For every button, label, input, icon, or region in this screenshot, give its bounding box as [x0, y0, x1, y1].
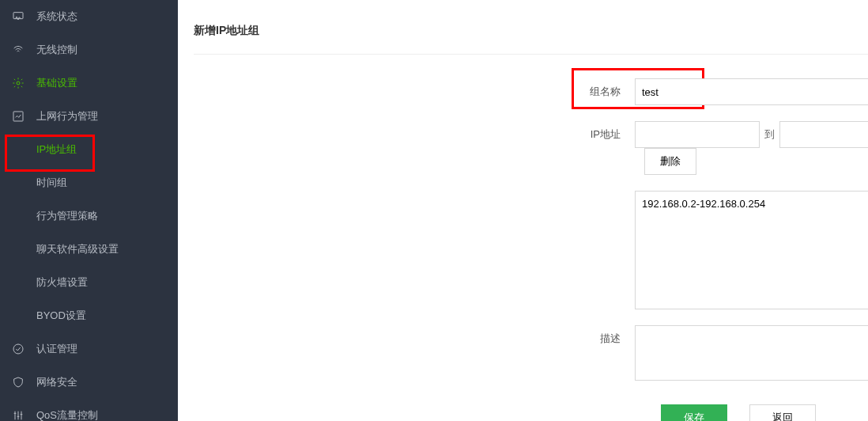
svg-rect-0 — [13, 13, 23, 19]
sidebar-sub-byod[interactable]: BYOD设置 — [0, 299, 178, 332]
svg-point-3 — [13, 344, 23, 354]
sidebar-item-qos[interactable]: QoS流量控制 — [0, 399, 178, 421]
page-title: 新增IP地址组 — [194, 16, 868, 55]
description-label: 描述 — [194, 325, 635, 346]
sidebar-sub-behavior-policy[interactable]: 行为管理策略 — [0, 199, 178, 233]
description-textarea[interactable] — [635, 325, 868, 381]
sidebar-item-auth-mgmt[interactable]: 认证管理 — [0, 332, 178, 366]
sidebar-sub-chat-advanced[interactable]: 聊天软件高级设置 — [0, 233, 178, 266]
sidebar-item-system-status[interactable]: 系统状态 — [0, 0, 178, 33]
sidebar-item-behavior-mgmt[interactable]: 上网行为管理 — [0, 100, 178, 133]
monitor-icon — [11, 9, 25, 24]
sidebar: 系统状态 无线控制 基础设置 上网行为管理 IP地址组 时间组 行为管理策略 聊… — [0, 0, 178, 421]
sidebar-item-network-security[interactable]: 网络安全 — [0, 366, 178, 399]
sidebar-label: 认证管理 — [36, 342, 77, 356]
sliders-icon — [11, 408, 25, 421]
shield-icon — [11, 375, 25, 389]
svg-point-1 — [17, 82, 20, 85]
check-circle-icon — [11, 342, 25, 356]
sidebar-label: 无线控制 — [36, 43, 77, 57]
sidebar-sub-firewall[interactable]: 防火墙设置 — [0, 266, 178, 299]
sidebar-sub-time-group[interactable]: 时间组 — [0, 166, 178, 199]
sidebar-label: 系统状态 — [36, 9, 77, 24]
ip-start-input[interactable] — [635, 121, 760, 148]
ip-range-separator: 到 — [764, 127, 775, 142]
group-name-label: 组名称 — [194, 78, 635, 99]
back-button[interactable]: 返回 — [749, 404, 816, 421]
sidebar-item-basic-settings[interactable]: 基础设置 — [0, 66, 178, 100]
delete-button[interactable]: 删除 — [644, 148, 696, 175]
gear-icon — [11, 76, 25, 90]
ip-address-label: IP地址 — [194, 121, 635, 142]
save-button[interactable]: 保存 — [661, 404, 727, 421]
sidebar-label: 网络安全 — [36, 375, 77, 389]
sidebar-sub-ip-group[interactable]: IP地址组 — [0, 133, 178, 166]
wifi-icon — [11, 43, 25, 57]
sidebar-submenu: IP地址组 时间组 行为管理策略 聊天软件高级设置 防火墙设置 BYOD设置 — [0, 133, 178, 332]
sidebar-label: QoS流量控制 — [36, 408, 98, 421]
ip-end-input[interactable] — [779, 121, 868, 148]
sidebar-label: 上网行为管理 — [36, 109, 98, 123]
sidebar-label: 基础设置 — [36, 76, 77, 90]
main-content: 新增IP地址组 组名称 IP地址 到 添加 删除 — [178, 0, 868, 421]
group-name-input[interactable] — [635, 78, 868, 105]
chart-icon — [11, 109, 25, 123]
sidebar-item-wireless[interactable]: 无线控制 — [0, 33, 178, 66]
ip-list-textarea[interactable] — [635, 191, 868, 309]
